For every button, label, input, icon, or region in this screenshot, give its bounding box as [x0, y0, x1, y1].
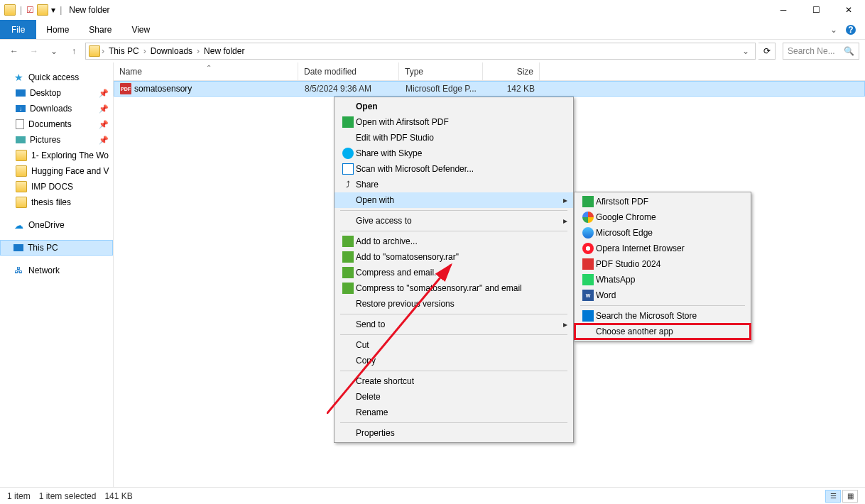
breadcrumb-downloads[interactable]: Downloads	[148, 46, 195, 56]
opera-icon	[582, 243, 594, 254]
sidebar-label: thesis files	[31, 197, 71, 207]
ctx-cut[interactable]: Cut	[334, 337, 573, 353]
forward-button[interactable]: →	[26, 43, 43, 60]
ctx-share-skype[interactable]: Share with Skype	[334, 146, 573, 161]
ctx-open-afirstsoft[interactable]: Open with Afirstsoft PDF	[334, 114, 573, 130]
sort-indicator: ⌃	[206, 64, 212, 72]
sidebar-folder-2[interactable]: Hugging Face and V	[0, 163, 113, 179]
sub-store[interactable]: Search the Microsoft Store	[575, 308, 751, 324]
window-title: New folder	[69, 5, 109, 15]
ctx-give-access[interactable]: Give access to▸	[334, 213, 573, 229]
file-row[interactable]: PDFsomatosensory 8/5/2024 9:36 AM Micros…	[114, 81, 865, 97]
titlebar: | ☑ ▾ | New folder ─ ☐ ✕	[0, 0, 865, 20]
file-type-cell: Microsoft Edge P...	[400, 84, 484, 94]
svg-text:?: ?	[848, 25, 853, 35]
breadcrumb-dropdown[interactable]: ⌄	[739, 46, 752, 56]
ribbon-collapse-chevron[interactable]: ⌄	[825, 20, 842, 39]
breadcrumb-newfolder[interactable]: New folder	[201, 46, 247, 56]
sub-opera[interactable]: Opera Internet Browser	[575, 241, 751, 256]
ctx-properties[interactable]: Properties	[334, 425, 573, 441]
column-label: Name	[119, 67, 142, 77]
help-icon[interactable]: ?	[842, 20, 859, 39]
recent-dropdown[interactable]: ⌄	[45, 43, 62, 60]
maximize-button[interactable]: ☐	[800, 0, 832, 20]
column-size[interactable]: Size	[483, 62, 540, 80]
ctx-edit-pdfstudio[interactable]: Edit with PDF Studio	[334, 130, 573, 146]
breadcrumb-folder-icon	[89, 45, 100, 57]
folder-icon	[16, 150, 27, 161]
ctx-add-rar[interactable]: Add to "somatosensory.rar"	[334, 249, 573, 265]
sub-chrome[interactable]: Google Chrome	[575, 209, 751, 225]
file-list: Name⌃ Date modified Type Size PDFsomatos…	[114, 62, 865, 487]
ctx-rename[interactable]: Rename	[334, 405, 573, 420]
sidebar-this-pc[interactable]: This PC	[0, 240, 113, 256]
breadcrumb-root[interactable]: This PC	[106, 46, 142, 56]
search-input[interactable]: Search Ne... 🔍	[783, 43, 859, 60]
view-details-button[interactable]: ☰	[825, 490, 841, 503]
ctx-send-to[interactable]: Send to▸	[334, 317, 573, 332]
sidebar-network[interactable]: 🖧Network	[0, 263, 113, 278]
tab-home[interactable]: Home	[36, 20, 79, 39]
ctx-compress-email[interactable]: Compress and email...	[334, 265, 573, 280]
ctx-create-shortcut[interactable]: Create shortcut	[334, 373, 573, 389]
column-type[interactable]: Type	[399, 62, 483, 80]
ctx-scan-defender[interactable]: Scan with Microsoft Defender...	[334, 161, 573, 177]
afirstsoft-icon	[582, 196, 594, 207]
sidebar-folder-1[interactable]: 1- Exploring The Wo	[0, 148, 113, 163]
ctx-restore-versions[interactable]: Restore previous versions	[334, 296, 573, 312]
tab-view[interactable]: View	[121, 20, 160, 39]
column-date[interactable]: Date modified	[298, 62, 399, 80]
tab-share[interactable]: Share	[79, 20, 121, 39]
qat-dropdown[interactable]: ▾	[51, 5, 55, 15]
tab-file[interactable]: File	[0, 20, 36, 39]
sub-word[interactable]: WWord	[575, 287, 751, 303]
navigation-pane: ★Quick access Desktop📌 ↓Downloads📌 Docum…	[0, 62, 114, 487]
breadcrumb[interactable]: › This PC › Downloads › New folder ⌄	[85, 43, 756, 60]
sidebar-folder-3[interactable]: IMP DOCS	[0, 179, 113, 195]
folder-icon	[16, 197, 27, 208]
archive-icon	[342, 251, 354, 263]
sub-pdfstudio[interactable]: PDF Studio 2024	[575, 256, 751, 272]
sub-edge[interactable]: Microsoft Edge	[575, 225, 751, 241]
sub-whatsapp[interactable]: WhatsApp	[575, 272, 751, 287]
sidebar-downloads[interactable]: ↓Downloads📌	[0, 101, 113, 116]
sidebar-onedrive[interactable]: ☁OneDrive	[0, 217, 113, 233]
pin-icon: 📌	[99, 120, 109, 129]
sidebar-quick-access[interactable]: ★Quick access	[0, 70, 113, 85]
close-button[interactable]: ✕	[832, 0, 865, 20]
sidebar-folder-4[interactable]: thesis files	[0, 195, 113, 210]
ctx-delete[interactable]: Delete	[334, 389, 573, 405]
minimize-button[interactable]: ─	[767, 0, 800, 20]
ctx-share[interactable]: ⤴Share	[334, 177, 573, 192]
sub-afirstsoft[interactable]: Afirstsoft PDF	[575, 194, 751, 209]
sidebar-label: Pictures	[30, 135, 60, 145]
refresh-button[interactable]: ⟳	[758, 43, 776, 60]
back-button[interactable]: ←	[6, 43, 23, 60]
ctx-open-with[interactable]: Open with▸	[334, 192, 573, 208]
whatsapp-icon	[582, 274, 594, 285]
ctx-add-archive[interactable]: Add to archive...	[334, 234, 573, 249]
qat-folder-icon[interactable]	[37, 4, 48, 16]
file-name: somatosensory	[134, 84, 192, 94]
ctx-compress-rar-email[interactable]: Compress to "somatosensory.rar" and emai…	[334, 280, 573, 296]
sidebar-label: This PC	[28, 243, 58, 253]
ctx-copy[interactable]: Copy	[334, 353, 573, 368]
pdf-icon: PDF	[120, 83, 131, 94]
sidebar-documents[interactable]: Documents📌	[0, 116, 113, 132]
column-name[interactable]: Name⌃	[114, 62, 298, 80]
pin-icon: 📌	[99, 89, 109, 98]
up-button[interactable]: ↑	[65, 43, 82, 60]
navigation-row: ← → ⌄ ↑ › This PC › Downloads › New fold…	[0, 40, 865, 62]
file-size-cell: 142 KB	[484, 84, 540, 94]
qat-separator: |	[20, 5, 22, 15]
view-icons-button[interactable]: ▦	[842, 490, 858, 503]
qat-properties-icon[interactable]: ☑	[26, 5, 34, 15]
file-name-cell: PDFsomatosensory	[114, 83, 299, 94]
sidebar-pictures[interactable]: Pictures📌	[0, 132, 113, 148]
sub-choose-another[interactable]: Choose another app	[575, 324, 751, 339]
status-bar: 1 item 1 item selected 141 KB ☰ ▦	[0, 487, 865, 504]
ctx-open[interactable]: Open	[334, 99, 573, 114]
pin-icon: 📌	[99, 104, 109, 114]
sidebar-desktop[interactable]: Desktop📌	[0, 85, 113, 101]
submenu-arrow-icon: ▸	[563, 216, 567, 226]
